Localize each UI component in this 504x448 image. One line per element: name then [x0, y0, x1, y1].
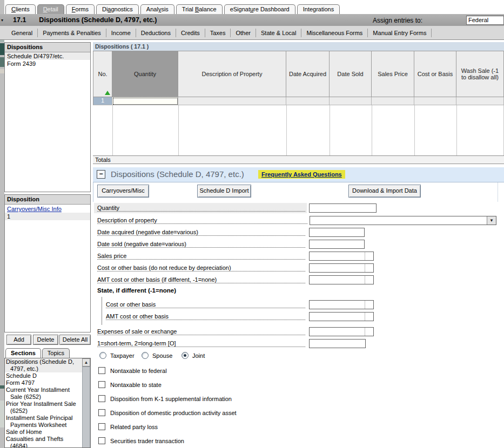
grid-cell-sales-price[interactable] [372, 97, 414, 105]
col-header-cost-basis[interactable]: Cost or Basis [414, 51, 456, 97]
checkbox-label[interactable]: Nontaxable to state [110, 382, 162, 388]
state-cost-or-other-basis-input[interactable] [309, 300, 374, 309]
radio-joint[interactable] [182, 352, 189, 359]
tab-payments-penalties[interactable]: Payments & Penalties [38, 30, 106, 36]
grid-cell-wash-sale[interactable] [456, 97, 504, 105]
tab-clients[interactable]: Clients [5, 4, 36, 14]
grid-cell-cost-basis[interactable] [414, 97, 456, 105]
list-item[interactable]: Installment Sale Principal Payments Work… [5, 415, 82, 429]
tab-detail[interactable]: Detail [37, 4, 64, 14]
carryovers-misc-info-link[interactable]: Carryovers/Misc Info [5, 205, 90, 213]
checkbox-securities-trader[interactable] [98, 437, 105, 444]
list-item[interactable]: Form 4797 [5, 379, 82, 386]
date-acquired-input[interactable] [309, 228, 365, 237]
checkbox-label[interactable]: Nontaxable to federal [110, 368, 167, 374]
short-long-term-input[interactable] [309, 339, 366, 348]
sidebar-item-schedule-d[interactable]: Schedule D/4797/etc. [5, 52, 90, 60]
disposition-item-1[interactable]: 1 [5, 213, 90, 220]
tab-topics[interactable]: Topics [42, 348, 70, 358]
radio-spouse[interactable] [142, 352, 149, 359]
checkbox-related-party-loss[interactable] [98, 423, 105, 430]
tab-credits[interactable]: Credits [176, 30, 205, 36]
chevron-down-icon[interactable]: ▼ [487, 216, 496, 225]
tab-diagnostics[interactable]: Diagnostics [96, 4, 139, 14]
col-header-no[interactable]: No. [93, 51, 112, 97]
tab-integrations[interactable]: Integrations [297, 4, 340, 14]
app-window: Clients Detail Forms Diagnostics Analysi… [0, 0, 504, 448]
assign-entries-combo[interactable]: Federal [466, 16, 504, 25]
tab-deductions[interactable]: Deductions [136, 30, 176, 36]
list-item[interactable]: Current Year Installment Sale (6252) [5, 386, 82, 401]
grid-column-divider [286, 105, 287, 155]
checkbox-k1-supplemental[interactable] [98, 395, 105, 402]
checkbox-label[interactable]: Securities trader transaction [110, 438, 184, 444]
col-header-date-acquired[interactable]: Date Acquired [286, 51, 330, 97]
grid-cell-date-acquired[interactable] [286, 97, 330, 105]
expenses-of-sale-input[interactable] [309, 327, 374, 336]
form-row-checkbox: Nontaxable to state [93, 381, 504, 391]
tab-sections[interactable]: Sections [5, 348, 41, 358]
col-header-quantity[interactable]: Quantity [112, 51, 178, 97]
col-header-wash-sale[interactable]: Wash Sale (-1 to disallow all) [456, 51, 504, 97]
tab-income[interactable]: Income [106, 30, 136, 36]
sales-price-input[interactable] [309, 252, 374, 261]
sidebar-item-form-2439[interactable]: Form 2439 [5, 60, 90, 67]
amt-cost-or-other-basis-input[interactable] [309, 275, 374, 284]
tab-other[interactable]: Other [231, 30, 256, 36]
grid-cell-quantity[interactable] [112, 97, 178, 105]
tab-analysis[interactable]: Analysis [140, 4, 174, 14]
field-label: Cost or other basis [106, 301, 157, 308]
list-item[interactable]: Prior Year Installment Sale (6252) [5, 401, 82, 415]
tab-miscellaneous-forms[interactable]: Miscellaneous Forms [301, 30, 367, 36]
description-of-property-combo[interactable]: ▼ [310, 216, 496, 225]
date-sold-input[interactable] [309, 240, 365, 249]
chevron-down-icon[interactable]: ▾ [1, 18, 3, 23]
checkbox-label[interactable]: Disposition of domestic production activ… [110, 410, 237, 416]
checkbox-nontaxable-federal[interactable] [98, 367, 105, 374]
delete-button[interactable]: Delete [33, 335, 58, 345]
grid-column-divider [112, 105, 113, 155]
field-label: Cost or other basis (do not reduce by de… [97, 264, 233, 271]
radio-taxpayer[interactable] [99, 352, 106, 359]
collapse-icon[interactable]: − [97, 170, 105, 179]
delete-all-button[interactable]: Delete All [59, 335, 91, 345]
tab-taxes[interactable]: Taxes [205, 30, 231, 36]
tab-manual-entry-forms[interactable]: Manual Entry Forms [368, 30, 431, 36]
download-import-data-button[interactable]: Download & Import Data [348, 185, 421, 198]
col-header-description[interactable]: Description of Property [178, 51, 286, 97]
sections-list-scrollbar[interactable]: ▲ [82, 358, 90, 447]
list-item[interactable]: Casualties and Thefts (4684) [5, 436, 82, 448]
list-item[interactable]: Schedule D [5, 372, 82, 379]
carryovers-misc-button[interactable]: Carryovers/Misc [97, 185, 149, 198]
schedule-d-import-button[interactable]: Schedule D Import [197, 185, 251, 198]
radio-label-joint[interactable]: Joint [192, 352, 205, 359]
dotted-leader [97, 205, 305, 212]
tab-trial-balance[interactable]: Trial Balance [176, 4, 223, 14]
scrollbar-thumb[interactable] [82, 366, 90, 448]
grid-cell-date-sold[interactable] [330, 97, 372, 105]
grid-cell-description[interactable] [178, 97, 286, 105]
tab-state-local[interactable]: State & Local [256, 30, 301, 36]
quantity-input[interactable] [309, 203, 377, 213]
sidebar-tab-bar: Sections Topics [5, 348, 71, 358]
state-amt-cost-or-other-basis-input[interactable] [309, 312, 374, 321]
radio-label-spouse[interactable]: Spouse [152, 352, 172, 359]
list-item[interactable]: Sale of Home [5, 429, 82, 436]
add-button[interactable]: Add [6, 335, 31, 345]
col-header-sales-price[interactable]: Sales Price [372, 51, 414, 97]
row-number-cell[interactable]: 1 [93, 97, 112, 105]
checkbox-nontaxable-state[interactable] [98, 381, 105, 388]
scroll-up-icon[interactable]: ▲ [82, 358, 90, 366]
checkbox-domestic-production[interactable] [98, 409, 105, 416]
checkbox-label[interactable]: Disposition from K-1 supplemental inform… [110, 396, 232, 402]
col-header-date-sold[interactable]: Date Sold [330, 51, 372, 97]
faq-link[interactable]: Frequently Asked Questions [258, 170, 345, 179]
dotted-leader [97, 253, 305, 260]
list-item[interactable]: Dispositions (Schedule D, 4797, etc.) [5, 358, 82, 372]
radio-label-taxpayer[interactable]: Taxpayer [110, 352, 135, 359]
cost-or-other-basis-input[interactable] [309, 263, 374, 273]
tab-esignature-dashboard[interactable]: eSignature Dashboard [224, 4, 295, 14]
checkbox-label[interactable]: Related party loss [110, 424, 158, 430]
tab-forms[interactable]: Forms [66, 4, 95, 14]
tab-general[interactable]: General [6, 30, 37, 36]
